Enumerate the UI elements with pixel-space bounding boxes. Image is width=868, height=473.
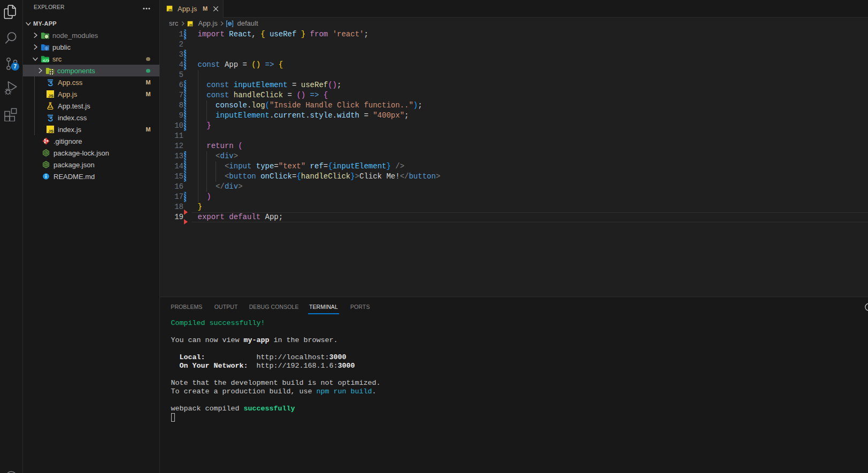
svg-text:7: 7 <box>13 64 17 69</box>
